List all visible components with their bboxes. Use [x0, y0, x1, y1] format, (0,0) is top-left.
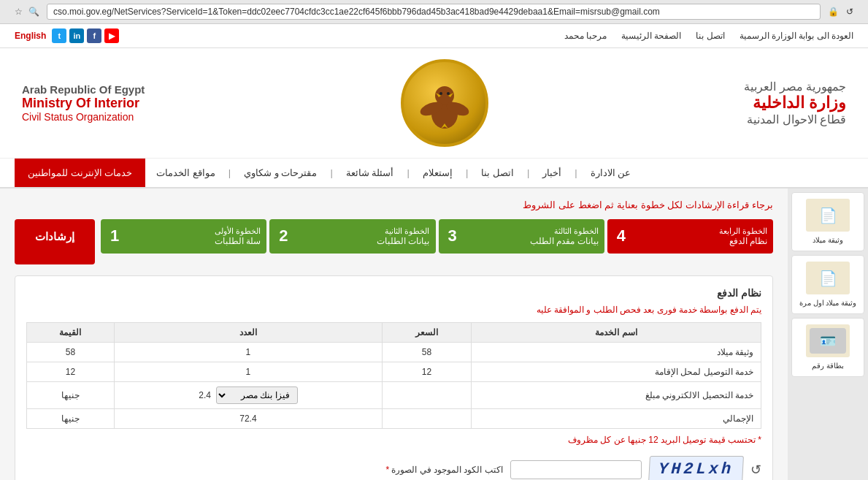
header-right: جمهورية مصر العربية وزارة الداخلية قطاع …: [744, 80, 846, 126]
step-2-text: الخطوة الثانية: [275, 226, 429, 236]
org-title-line3: Civil Status Organization: [22, 111, 145, 123]
payment-title: نظام الدفع: [26, 287, 761, 299]
total-p: [382, 409, 471, 429]
step-1-num: 1: [110, 226, 119, 245]
bank-select[interactable]: فيزا بنك مصر ماستر بنك مصر كارت أهلى: [216, 386, 298, 404]
right-sidebar: 📄 وثيقة ميلاد 📄 وثيقة ميلاد اول مرة 🪪 بط…: [788, 188, 868, 480]
portal-link[interactable]: العودة الى بوابة الوزارة الرسمية: [740, 31, 853, 41]
sidebar-card-1[interactable]: 📄 وثيقة ميلاد: [791, 192, 864, 251]
nav-faq[interactable]: أسئلة شائعة: [335, 159, 405, 187]
service-value-1: 58: [27, 343, 115, 362]
org-title-line1: Arab Republic Of Egypt: [22, 83, 145, 96]
step-1-label: سلة الطلبات: [107, 236, 261, 246]
step-3-label: بيانات مقدم الطلب: [445, 236, 599, 246]
table-row: خدمة التوصيل لمحل الإقامة 12 1 12: [27, 362, 761, 382]
step-4[interactable]: 4 الخطوة الرابعة نظام الدفع: [607, 219, 773, 254]
eagle-icon: [415, 74, 474, 132]
service-name-3: خدمة التحصيل الالكتروني مبلغ: [472, 382, 761, 409]
service-count-3: فيزا بنك مصر ماستر بنك مصر كارت أهلى 2.4: [114, 382, 382, 409]
step-3-num: 3: [448, 226, 457, 245]
payment-note: يتم الدفع بواسطة خدمة فورى بعد فحص الطلب…: [26, 305, 761, 315]
total-note: * تحتسب قيمة توصيل البريد 12 جنيها عن كل…: [26, 435, 761, 445]
sidebar-card-2[interactable]: 📄 وثيقة ميلاد اول مرة: [791, 255, 864, 314]
step-4-text: الخطوة الرابعة: [613, 226, 767, 236]
captcha-input[interactable]: [510, 460, 642, 479]
svg-point-7: [439, 92, 442, 95]
top-bar-right: العودة الى بوابة الوزارة الرسمية اتصل بن…: [564, 31, 853, 41]
nav-inquiry[interactable]: إستعلام: [412, 159, 464, 187]
search-icon[interactable]: 🔍: [28, 7, 39, 17]
table-row: وثيقة ميلاد 58 1 58: [27, 343, 761, 362]
captcha-refresh-icon[interactable]: ↺: [750, 462, 761, 478]
home-link[interactable]: الصفحة الرئيسية: [621, 31, 681, 41]
url-bar[interactable]: [47, 4, 821, 20]
top-bar-left: English t in f ▶: [15, 28, 119, 43]
service-name-2: خدمة التوصيل لمحل الإقامة: [472, 362, 761, 382]
main-navigation: عن الادارة | أخبار | اتصل بنا | إستعلام …: [0, 159, 868, 188]
first-birth-cert-icon: 📄: [806, 262, 850, 294]
id-card-icon: 🪪: [806, 324, 850, 357]
twitter-icon[interactable]: t: [52, 28, 66, 43]
org-title-ar1: جمهورية مصر العربية: [744, 80, 846, 94]
table-row-total: الإجمالي 72.4 جنيها: [27, 409, 761, 429]
step-2-num: 2: [279, 226, 288, 245]
sidebar-card-1-label: وثيقة ميلاد: [796, 235, 860, 245]
nav-about[interactable]: عن الادارة: [580, 159, 642, 187]
col-value: القيمة: [27, 323, 115, 343]
header-left: Arab Republic Of Egypt Ministry Of Inter…: [22, 83, 145, 123]
service-value-2: 12: [27, 362, 115, 382]
back-icon[interactable]: ☆: [15, 7, 23, 17]
lock-icon: 🔒: [828, 7, 839, 17]
contact-link[interactable]: اتصل بنا: [696, 31, 724, 41]
captcha-image: YH2Lxh: [648, 456, 744, 480]
svg-point-8: [447, 92, 450, 95]
service-count-2: 1: [114, 362, 382, 382]
service-name-1: وثيقة ميلاد: [472, 343, 761, 362]
language-toggle[interactable]: English: [15, 31, 46, 41]
step-2[interactable]: 2 الخطوة الثانية بيانات الطلبات: [269, 219, 435, 254]
captcha-label: اكتب الكود الموجود في الصورة *: [26, 465, 503, 475]
nav-news[interactable]: أخبار: [531, 159, 572, 187]
nav-citizen-services[interactable]: خدمات الإنترنت للمواطنين: [15, 159, 145, 187]
facebook-icon[interactable]: f: [87, 28, 101, 43]
step-3-text: الخطوة الثالثة: [445, 226, 599, 236]
service-count-1: 1: [114, 343, 382, 362]
total-num: 72.4: [114, 409, 382, 429]
sidebar-card-2-label: وثيقة ميلاد اول مرة: [796, 298, 860, 308]
birth-cert-icon: 📄: [806, 199, 850, 232]
col-count: العدد: [114, 323, 382, 343]
nav-contact[interactable]: اتصل بنا: [470, 159, 525, 187]
youtube-icon[interactable]: ▶: [104, 28, 119, 43]
main-content: برجاء قراءة الإرشادات لكل خطوة بعناية ثم…: [0, 188, 788, 480]
step-1[interactable]: 1 الخطوة الأولى سلة الطلبات: [101, 219, 266, 254]
instruction-note: برجاء قراءة الإرشادات لكل خطوة بعناية ثم…: [15, 199, 773, 210]
sidebar-card-3[interactable]: 🪪 بطاقة رقم: [791, 318, 864, 377]
org-title-ar2: وزارة الداخلية: [744, 94, 846, 113]
payment-table: اسم الخدمة السعر العدد القيمة وثيقة ميلا…: [26, 322, 761, 429]
total-label: الإجمالي: [472, 409, 761, 429]
col-price: السعر: [382, 323, 471, 343]
user-greeting: مرحبا محمد: [564, 31, 607, 41]
header-logo: [401, 59, 488, 147]
payment-box: نظام الدفع يتم الدفع بواسطة خدمة فورى بع…: [15, 275, 773, 480]
org-title-line2: Ministry Of Interior: [22, 96, 145, 111]
sidebar-card-3-label: بطاقة رقم: [796, 361, 860, 370]
refresh-icon[interactable]: ↺: [846, 7, 853, 17]
total-value: جنيها: [27, 409, 115, 429]
step-4-num: 4: [617, 226, 626, 245]
nav-suggestions[interactable]: مقترحات و شكاوي: [233, 159, 328, 187]
nav-service-locations[interactable]: مواقع الخدمات: [145, 159, 226, 187]
step-3[interactable]: 3 الخطوة الثالثة بيانات مقدم الطلب: [439, 219, 604, 254]
browser-nav[interactable]: ☆ 🔍: [15, 7, 39, 17]
instructions-button[interactable]: إرشادات: [15, 219, 95, 264]
step-2-label: بيانات الطلبات: [275, 236, 429, 246]
table-row: خدمة التحصيل الالكتروني مبلغ فيزا بنك مص…: [27, 382, 761, 409]
social-icons: t in f ▶: [52, 28, 119, 43]
linkedin-icon[interactable]: in: [69, 28, 84, 43]
service-value-3: جنيها: [27, 382, 115, 409]
site-header: Arab Republic Of Egypt Ministry Of Inter…: [0, 48, 868, 159]
top-bar: English t in f ▶ العودة الى بوابة الوزار…: [0, 24, 868, 48]
col-service-name: اسم الخدمة: [472, 323, 761, 343]
service-price-1: 58: [382, 343, 471, 362]
service-price-3: [382, 382, 471, 409]
